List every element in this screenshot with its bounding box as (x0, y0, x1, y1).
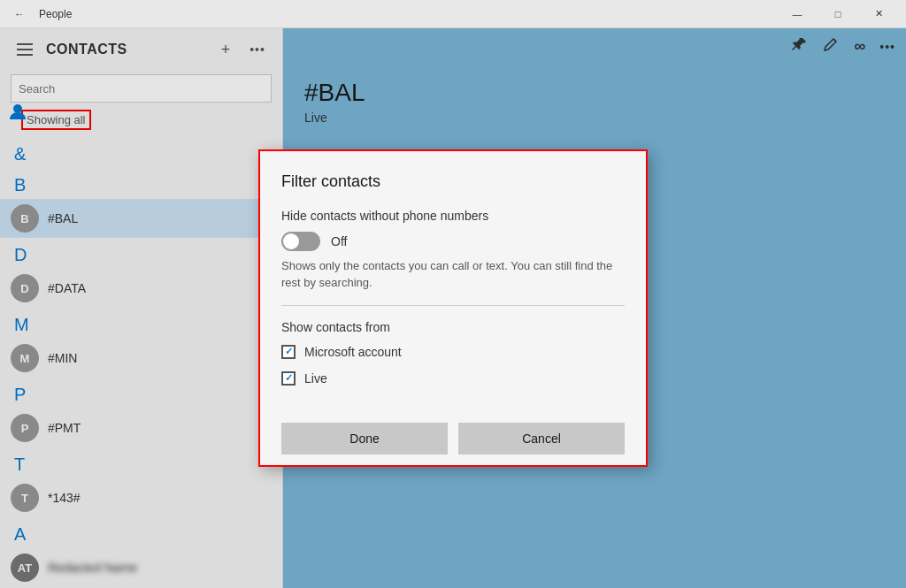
toggle-label: Off (331, 234, 347, 248)
main-layout: CONTACTS + ••• Showing all & B B #BAL (0, 28, 906, 588)
filter-description: Shows only the contacts you can call or … (281, 258, 625, 290)
hide-phone-label: Hide contacts without phone numbers (281, 209, 625, 223)
filter-contacts-modal: Filter contacts Hide contacts without ph… (258, 149, 648, 466)
right-panel: ∞ ••• #BAL Live Filter contacts Hide con… (283, 28, 906, 588)
back-button[interactable]: ← (7, 2, 32, 27)
title-bar-left: ← People (7, 2, 72, 27)
close-button[interactable]: ✕ (858, 0, 899, 28)
divider (281, 305, 625, 306)
app-title: People (39, 8, 72, 20)
title-bar: ← People — □ ✕ (0, 0, 906, 28)
microsoft-account-label: Microsoft account (304, 345, 402, 359)
checkbox-row-live: Live (281, 371, 625, 386)
checkbox-row-microsoft: Microsoft account (281, 345, 625, 359)
cancel-button[interactable]: Cancel (458, 423, 625, 454)
toggle-row: Off (281, 232, 625, 251)
maximize-button[interactable]: □ (818, 0, 858, 28)
show-from-label: Show contacts from (281, 320, 625, 334)
live-checkbox[interactable] (281, 371, 296, 386)
hide-phone-toggle[interactable] (281, 232, 320, 251)
live-label: Live (304, 371, 327, 386)
minimize-button[interactable]: — (777, 0, 818, 28)
modal-body: Filter contacts Hide contacts without ph… (260, 151, 646, 411)
window-controls: — □ ✕ (777, 0, 899, 28)
microsoft-account-checkbox[interactable] (281, 345, 296, 359)
modal-title: Filter contacts (281, 172, 625, 191)
modal-overlay: Filter contacts Hide contacts without ph… (0, 28, 906, 588)
done-button[interactable]: Done (281, 423, 448, 454)
modal-footer: Done Cancel (260, 412, 646, 465)
